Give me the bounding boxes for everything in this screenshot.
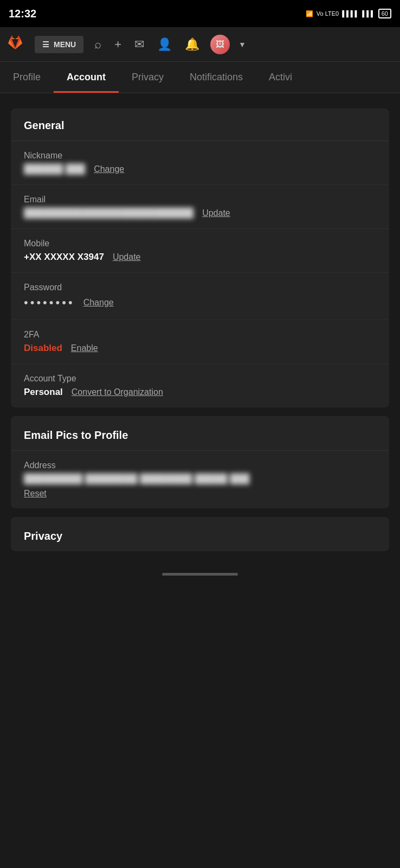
address-reset-link[interactable]: Reset — [24, 489, 47, 498]
email-value: ██████████████████████████ — [24, 208, 193, 219]
mobile-update-link[interactable]: Update — [113, 252, 141, 262]
account-type-row: Account Type Personal Convert to Organiz… — [11, 364, 389, 407]
general-section: General Nickname ██████ ███ Change Email… — [11, 108, 389, 407]
twofa-status: Disabled — [24, 343, 62, 354]
home-bar — [162, 573, 238, 576]
email-label: Email — [24, 195, 376, 205]
twofa-enable-link[interactable]: Enable — [71, 343, 98, 353]
status-time: 12:32 — [9, 8, 36, 20]
tab-privacy[interactable]: Privacy — [119, 62, 177, 93]
email-pics-header: Email Pics to Profile — [11, 416, 389, 451]
hamburger-icon: ☰ — [42, 40, 49, 49]
password-label: Password — [24, 283, 376, 292]
mobile-row: Mobile +XX XXXXX X3947 Update — [11, 229, 389, 273]
mail-icon[interactable]: ✉ — [132, 35, 146, 54]
avatar-image: 🖼 — [216, 40, 224, 49]
address-row: Address █████████ ████████ ████████ ████… — [11, 451, 389, 508]
tabs-bar: Profile Account Privacy Notifications Ac… — [0, 62, 400, 93]
mobile-value: +XX XXXXX X3947 — [24, 252, 104, 263]
account-type-value: Personal — [24, 387, 63, 398]
address-label: Address — [24, 461, 376, 470]
password-change-link[interactable]: Change — [83, 298, 114, 308]
twofa-row: 2FA Disabled Enable — [11, 320, 389, 364]
tab-notifications[interactable]: Notifications — [177, 62, 256, 93]
user-icon[interactable]: 👤 — [155, 35, 174, 54]
tab-profile[interactable]: Profile — [0, 62, 54, 93]
status-bar: 12:32 📶 Vo LTE0 ▌▌▌▌ ▌▌▌ 60 — [0, 0, 400, 27]
menu-button[interactable]: ☰ MENU — [35, 36, 83, 53]
signal-bars-1: ▌▌▌▌ — [342, 10, 359, 17]
nickname-value: ██████ ███ — [24, 164, 85, 175]
top-nav: ☰ MENU ⌕ + ✉ 👤 🔔 🖼 ▼ — [0, 27, 400, 62]
bell-icon[interactable]: 🔔 — [183, 35, 202, 54]
main-content: General Nickname ██████ ███ Change Email… — [0, 93, 400, 566]
battery-icon: 60 — [378, 9, 391, 18]
privacy-section: Privacy — [11, 517, 389, 551]
signal-bars-2: ▌▌▌ — [362, 10, 375, 17]
password-dots: •••••••• — [24, 296, 75, 310]
chevron-down-icon: ▼ — [238, 40, 246, 49]
signal-text: Vo LTE0 — [317, 10, 339, 17]
home-indicator — [0, 566, 400, 582]
email-row: Email ██████████████████████████ Update — [11, 185, 389, 229]
wifi-icon: 📶 — [306, 10, 313, 17]
twofa-label: 2FA — [24, 330, 376, 340]
search-icon[interactable]: ⌕ — [92, 35, 104, 54]
email-pics-section: Email Pics to Profile Address █████████ … — [11, 416, 389, 508]
nickname-row: Nickname ██████ ███ Change — [11, 141, 389, 185]
gitlab-logo — [7, 34, 24, 55]
nickname-change-link[interactable]: Change — [94, 164, 124, 174]
nickname-label: Nickname — [24, 151, 376, 161]
mobile-label: Mobile — [24, 239, 376, 248]
tab-activity[interactable]: Activi — [256, 62, 305, 93]
general-section-header: General — [11, 108, 389, 141]
privacy-header: Privacy — [11, 517, 389, 551]
account-type-label: Account Type — [24, 374, 376, 384]
add-icon[interactable]: + — [112, 35, 124, 54]
address-value: █████████ ████████ ████████ █████ ███ — [24, 474, 376, 484]
avatar[interactable]: 🖼 — [210, 35, 230, 54]
email-update-link[interactable]: Update — [202, 208, 230, 218]
tab-account[interactable]: Account — [54, 62, 119, 93]
convert-to-org-link[interactable]: Convert to Organization — [72, 387, 163, 397]
status-icons: 📶 Vo LTE0 ▌▌▌▌ ▌▌▌ 60 — [306, 9, 391, 18]
password-row: Password •••••••• Change — [11, 273, 389, 320]
